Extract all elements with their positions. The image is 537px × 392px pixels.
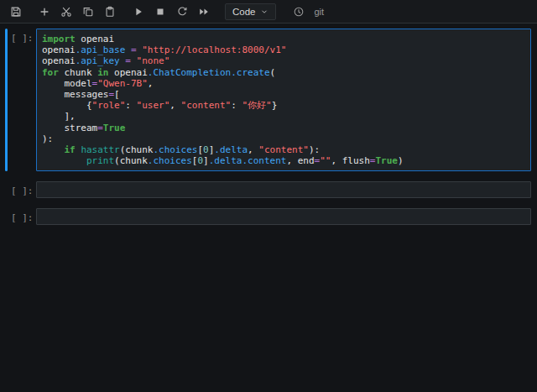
empty-cell-2[interactable]: [ ]: — [5, 208, 531, 225]
save-icon — [10, 6, 22, 18]
cell-prompt: [ ]: — [8, 208, 36, 225]
empty-cell-1[interactable]: [ ]: — [5, 181, 531, 198]
git-label: git — [315, 7, 325, 17]
run-cell-button[interactable] — [129, 3, 148, 21]
kernel-status-button[interactable] — [289, 3, 308, 21]
clock-icon — [293, 6, 305, 18]
code-editor[interactable]: import openaiopenai.api_base = "http://l… — [36, 29, 531, 171]
cut-cells-button[interactable] — [57, 3, 76, 21]
interrupt-kernel-button[interactable] — [151, 3, 169, 21]
run-icon — [133, 6, 144, 18]
cell-prompt: [ ]: — [8, 29, 36, 171]
scissors-icon — [60, 6, 72, 18]
fast-forward-icon — [198, 6, 210, 18]
paste-cells-button[interactable] — [101, 3, 119, 21]
empty-code-editor-1[interactable] — [36, 181, 531, 198]
stop-icon — [154, 6, 166, 18]
restart-kernel-button[interactable] — [173, 3, 191, 21]
paste-icon — [104, 6, 116, 18]
plus-icon — [39, 6, 50, 18]
cell-prompt: [ ]: — [8, 181, 36, 198]
code-editor-content: import openaiopenai.api_base = "http://l… — [37, 29, 530, 170]
insert-cell-button[interactable] — [35, 3, 54, 21]
notebook-area: [ ]: import openaiopenai.api_base = "htt… — [0, 24, 537, 225]
code-cell-active[interactable]: [ ]: import openaiopenai.api_base = "htt… — [5, 29, 531, 171]
empty-code-editor-2[interactable] — [36, 208, 531, 225]
chevron-down-icon — [260, 8, 268, 16]
copy-cells-button[interactable] — [79, 3, 97, 21]
copy-icon — [82, 6, 94, 18]
cell-type-label: Code — [232, 7, 256, 17]
restart-run-all-button[interactable] — [195, 3, 213, 21]
restart-icon — [176, 6, 188, 18]
cell-type-dropdown[interactable]: Code — [225, 3, 276, 20]
notebook-toolbar: Code git — [0, 0, 537, 24]
save-button[interactable] — [7, 3, 25, 21]
